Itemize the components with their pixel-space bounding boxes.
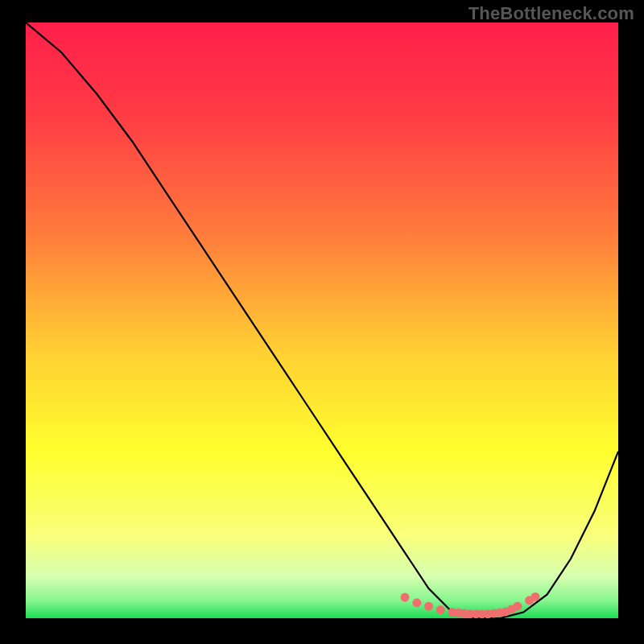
watermark-text: TheBottleneck.com (469, 3, 634, 24)
marker-dot (412, 598, 421, 607)
marker-dot (436, 605, 445, 614)
plot-area (26, 23, 618, 618)
gradient-background (26, 23, 618, 618)
bottleneck-chart (26, 23, 618, 618)
chart-frame: TheBottleneck.com (0, 0, 644, 644)
marker-dot (401, 593, 410, 602)
marker-dot (424, 602, 433, 611)
marker-dot (513, 602, 522, 611)
marker-dot (531, 592, 540, 601)
